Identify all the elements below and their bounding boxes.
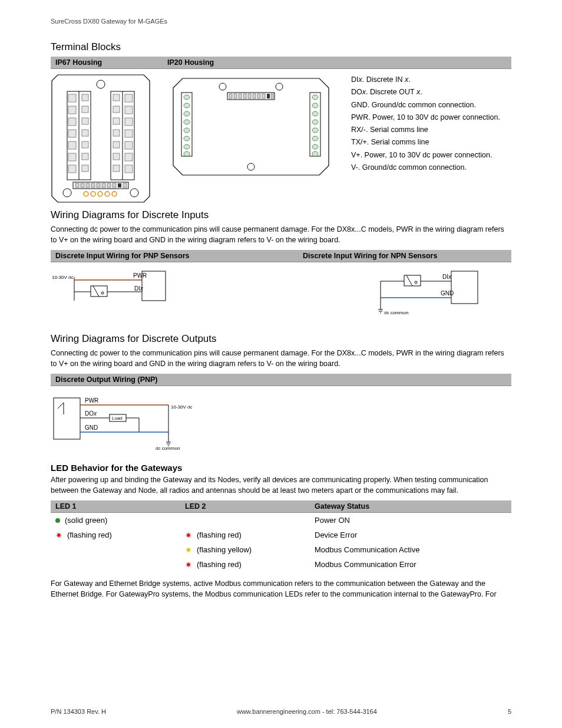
def-rx: RX/-. Serial comms line: [351, 124, 500, 136]
svg-rect-75: [229, 94, 232, 98]
svg-point-53: [219, 83, 226, 90]
led-table-body: (solid green) Power ON ✷(flashing red) ✷…: [51, 513, 511, 572]
svg-rect-78: [243, 94, 246, 98]
svg-rect-9: [68, 106, 76, 114]
svg-point-70: [312, 128, 318, 133]
status-text: Modbus Communication Active: [315, 545, 507, 554]
led1-label: (solid green): [65, 516, 107, 525]
svg-rect-97: [404, 275, 421, 286]
svg-rect-89: [91, 286, 107, 297]
led-table-header: LED 1 LED 2 Gateway Status: [51, 500, 511, 513]
svg-text:DIx: DIx: [442, 274, 452, 280]
inputs-header-bar: Discrete Input Wiring for PNP Sensors Di…: [51, 250, 511, 262]
svg-rect-34: [125, 153, 133, 161]
svg-rect-32: [125, 130, 133, 137]
pnp-input-heading: Discrete Input Wiring for PNP Sensors: [55, 252, 303, 260]
led2-label: (flashing red): [197, 560, 242, 569]
svg-point-66: [312, 95, 318, 100]
svg-text:GND: GND: [441, 290, 454, 297]
def-gnd: GND. Ground/dc common connection.: [351, 99, 500, 111]
svg-text:DIx: DIx: [134, 285, 144, 292]
svg-rect-83: [267, 94, 270, 98]
def-pwr: PWR. Power, 10 to 30V dc power connectio…: [351, 111, 500, 124]
def-tx: TX/+. Serial comms line: [351, 136, 500, 149]
svg-point-71: [312, 136, 318, 141]
svg-rect-10: [68, 118, 76, 126]
svg-rect-77: [239, 94, 242, 98]
svg-rect-26: [113, 141, 120, 148]
svg-rect-24: [113, 118, 120, 124]
svg-rect-12: [68, 141, 76, 149]
svg-rect-76: [234, 94, 237, 98]
footer-pn: P/N 134303 Rev. H: [51, 708, 106, 715]
svg-point-67: [312, 103, 318, 108]
svg-point-55: [247, 163, 254, 170]
svg-rect-110: [54, 398, 80, 439]
led-body: After powering up and binding the Gatewa…: [51, 475, 511, 496]
def-do: DOx. Discrete OUT x.: [351, 86, 500, 98]
svg-marker-52: [173, 78, 329, 175]
svg-point-1: [97, 80, 105, 88]
svg-rect-35: [125, 165, 133, 173]
led-row: ✷(flashing red) Modbus Communication Err…: [51, 557, 511, 572]
svg-point-50: [105, 192, 110, 196]
pnp-output-diagram: PWR DOx Load GND 10-30V dc dc common: [51, 392, 192, 451]
svg-rect-33: [125, 141, 133, 149]
svg-point-61: [184, 128, 190, 133]
led-row: (solid green) Power ON: [51, 513, 511, 528]
def-vminus: V-. Ground/dc common connection.: [351, 162, 500, 174]
svg-rect-45: [118, 183, 121, 187]
svg-text:PWR: PWR: [85, 397, 98, 404]
svg-rect-84: [271, 94, 273, 98]
svg-rect-17: [82, 118, 88, 124]
svg-rect-18: [82, 130, 88, 136]
svg-text:PWR: PWR: [133, 272, 147, 279]
svg-rect-16: [82, 106, 88, 113]
flash-red-icon: ✷: [185, 531, 192, 539]
svg-rect-14: [68, 165, 76, 173]
svg-point-59: [184, 111, 190, 116]
svg-rect-29: [125, 94, 133, 102]
svg-point-58: [184, 103, 190, 108]
svg-text:GND: GND: [85, 424, 98, 431]
outputs-body: Connecting dc power to the communication…: [51, 348, 511, 369]
status-text: Device Error: [315, 531, 507, 539]
svg-point-57: [184, 95, 190, 100]
def-vplus: V+. Power, 10 to 30V dc power connection…: [351, 149, 500, 162]
svg-rect-8: [68, 94, 76, 102]
svg-rect-28: [113, 165, 120, 172]
svg-marker-0: [52, 75, 150, 202]
svg-text:dc common: dc common: [384, 310, 408, 315]
svg-point-60: [184, 120, 190, 124]
ip20-heading: IP20 Housing: [167, 58, 507, 67]
terminal-header-bar: IP67 Housing IP20 Housing: [51, 57, 511, 69]
svg-rect-11: [68, 130, 76, 137]
svg-rect-38: [81, 183, 84, 187]
led2-label: (flashing red): [197, 531, 242, 539]
svg-rect-46: [123, 183, 127, 187]
svg-rect-41: [97, 183, 100, 187]
svg-point-63: [184, 144, 190, 149]
svg-point-3: [130, 189, 138, 197]
npn-input-diagram: DIx GND dc common: [369, 268, 498, 321]
ip67-diagram: [51, 74, 151, 203]
svg-rect-22: [113, 94, 120, 101]
svg-point-49: [98, 192, 103, 196]
svg-point-54: [276, 83, 283, 90]
inputs-heading: Wiring Diagrams for Discrete Inputs: [51, 209, 511, 221]
pnp-input-diagram: 10-30V dc PWR DIx: [51, 268, 174, 321]
svg-point-51: [112, 192, 117, 196]
outputs-header-bar: Discrete Output Wiring (PNP): [51, 374, 511, 386]
svg-rect-37: [75, 183, 79, 187]
svg-rect-31: [125, 118, 133, 126]
ip67-heading: IP67 Housing: [55, 58, 167, 67]
svg-rect-81: [257, 94, 260, 98]
flash-red-icon: ✷: [185, 561, 192, 569]
led-row: ✷(flashing yellow) Modbus Communication …: [51, 542, 511, 557]
svg-rect-15: [82, 94, 88, 101]
led-after-text: For Gateway and Ethernet Bridge systems,…: [51, 579, 511, 599]
outputs-heading: Wiring Diagrams for Discrete Outputs: [51, 333, 511, 345]
inputs-body: Connecting dc power to the communication…: [51, 225, 511, 245]
flash-yellow-icon: ✷: [185, 546, 192, 554]
svg-point-73: [312, 151, 318, 156]
